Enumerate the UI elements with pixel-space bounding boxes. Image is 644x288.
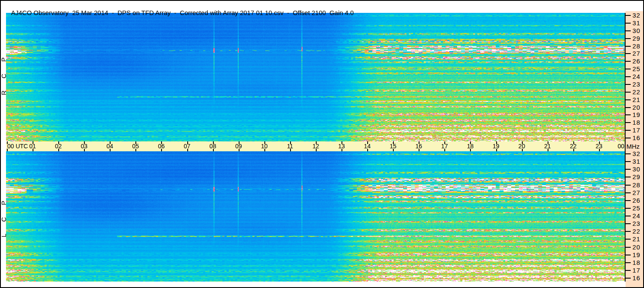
time-label: 08 (206, 143, 220, 150)
freq-label: 23 (632, 81, 643, 88)
time-label: 14 (360, 143, 374, 150)
lcp-polarization-label: L C P (0, 196, 7, 237)
freq-label: 21 (632, 96, 643, 103)
freq-tick (625, 114, 631, 115)
time-label: 18 (463, 143, 477, 150)
freq-tick (625, 153, 631, 154)
freq-tick (625, 61, 631, 62)
freq-tick (625, 15, 631, 16)
freq-label: 20 (632, 244, 643, 251)
freq-tick (625, 247, 631, 248)
freq-tick (625, 169, 631, 170)
freq-tick (625, 177, 631, 177)
freq-label: 16 (632, 135, 643, 141)
freq-tick (625, 185, 631, 186)
freq-tick (625, 270, 631, 271)
freq-tick (625, 92, 631, 93)
freq-tick (625, 107, 631, 108)
time-label: 15 (386, 143, 400, 150)
freq-label: 17 (632, 267, 643, 274)
freq-tick (625, 130, 631, 131)
time-label: 09 (232, 143, 246, 150)
freq-tick (625, 99, 631, 100)
freq-label: 16 (632, 275, 643, 282)
time-label: 06 (154, 143, 168, 150)
time-label: 21 (541, 143, 554, 150)
time-label: 12 (309, 143, 323, 150)
time-label: 23 (592, 143, 606, 150)
freq-tick (625, 161, 631, 162)
freq-label: 30 (632, 166, 643, 173)
freq-tick (625, 239, 631, 240)
rcp-polarization-label: R C P (0, 52, 7, 95)
freq-tick (625, 216, 631, 216)
time-label: 17 (437, 143, 451, 150)
freq-label: 19 (632, 252, 643, 258)
page-title: AJ4CO Observatory 25 Mar 2014 - DPS on T… (11, 9, 354, 16)
time-label: 04 (103, 143, 117, 150)
freq-label: 21 (632, 236, 643, 243)
freq-tick (625, 208, 631, 209)
freq-tick (625, 53, 631, 54)
freq-label: 31 (632, 20, 643, 27)
time-label: 05 (129, 143, 142, 150)
freq-label: 24 (632, 213, 643, 219)
freq-tick (625, 30, 631, 31)
freq-label: 31 (632, 158, 643, 165)
freq-tick (625, 69, 631, 69)
freq-label: 30 (632, 27, 643, 34)
freq-label: 28 (632, 43, 643, 50)
freq-tick (625, 84, 631, 85)
time-label: 03 (77, 143, 91, 150)
time-label: 00 (617, 143, 624, 150)
time-label: 16 (412, 143, 425, 150)
freq-label: 24 (632, 73, 643, 80)
freq-tick (625, 200, 631, 201)
freq-tick (625, 231, 631, 232)
freq-label: 32 (632, 150, 643, 157)
freq-label: 22 (632, 89, 643, 96)
freq-label: 19 (632, 111, 643, 118)
freq-tick (625, 122, 631, 123)
freq-tick (625, 278, 631, 279)
freq-tick (625, 255, 631, 255)
time-label: 11 (283, 143, 297, 150)
freq-label: 20 (632, 104, 643, 111)
freq-tick (625, 76, 631, 77)
freq-label: 18 (632, 119, 643, 126)
spectrogram-rcp (6, 13, 625, 141)
time-label: 20 (515, 143, 529, 150)
freq-label: 29 (632, 35, 643, 42)
freq-label: 27 (632, 50, 643, 57)
freq-tick (625, 192, 631, 193)
freq-tick (625, 138, 631, 138)
time-label: 10 (258, 143, 271, 150)
time-label: 19 (489, 143, 503, 150)
freq-label: 27 (632, 189, 643, 196)
freq-label: 22 (632, 228, 643, 235)
freq-tick (625, 262, 631, 263)
time-label: 22 (566, 143, 580, 150)
freq-label: 26 (632, 58, 643, 65)
spectrogram-page: AJ4CO Observatory 25 Mar 2014 - DPS on T… (0, 0, 644, 288)
time-label: 00 UTC (7, 143, 28, 150)
spectrogram-lcp (6, 151, 625, 282)
freq-label: 29 (632, 174, 643, 180)
freq-label: 25 (632, 205, 643, 212)
freq-label: 28 (632, 182, 643, 189)
freq-label: 18 (632, 259, 643, 266)
freq-label: 32 (632, 12, 643, 19)
title-bar: AJ4CO Observatory 25 Mar 2014 - DPS on T… (4, 2, 354, 11)
freq-tick (625, 23, 631, 24)
freq-tick (625, 223, 631, 224)
freq-label: 25 (632, 66, 643, 72)
time-label: 13 (335, 143, 348, 150)
time-axis: 00 UTC0102030405060708091011121314151617… (6, 141, 626, 151)
time-label: 02 (51, 143, 65, 150)
freq-tick (625, 38, 631, 39)
time-label: 07 (180, 143, 194, 150)
freq-label: 17 (632, 127, 643, 134)
freq-label: 26 (632, 197, 643, 204)
freq-tick (625, 46, 631, 47)
freq-label: 23 (632, 220, 643, 227)
